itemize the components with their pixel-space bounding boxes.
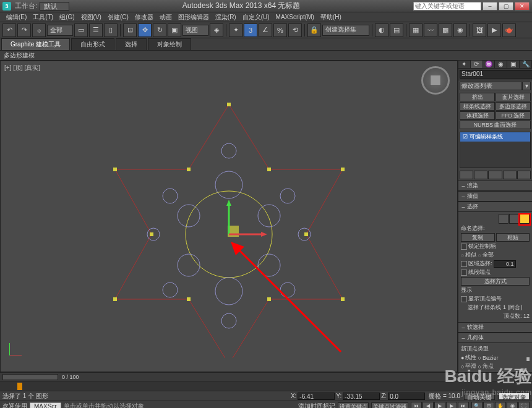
show-vertnum-checkbox[interactable] — [461, 296, 467, 302]
rollout-render-head[interactable]: 渲染 — [458, 181, 532, 191]
area-select-value[interactable]: 0.1 — [494, 260, 516, 268]
goto-start-button[interactable]: ⏮ — [411, 402, 422, 409]
menu-tools[interactable]: 工具(T) — [30, 13, 56, 22]
panel-tab-display[interactable]: ▣ — [507, 61, 520, 68]
ribbon-subrow[interactable]: 多边形建模 — [0, 51, 532, 61]
render-frame-button[interactable]: ▶ — [487, 23, 501, 37]
vtype-smooth[interactable]: 平滑 — [465, 362, 476, 370]
minimize-button[interactable]: – — [483, 2, 497, 11]
viewport-label[interactable]: [+] [顶] [真实] — [4, 64, 40, 72]
btn-patch-select[interactable]: 面片选择 — [496, 93, 531, 101]
align-button[interactable]: ▤ — [390, 23, 403, 37]
panel-tab-utilities[interactable]: 🔧 — [520, 61, 532, 68]
subobj-segment-button[interactable] — [509, 214, 519, 224]
maximize-button[interactable]: ▢ — [499, 2, 513, 11]
panel-tab-motion[interactable]: ◉ — [495, 61, 507, 68]
menu-create[interactable]: 创建(C) — [105, 13, 131, 22]
autokey-button[interactable]: 自动关键点 — [464, 393, 495, 400]
paste-button[interactable]: 粘贴 — [496, 233, 530, 242]
window-crossing-button[interactable]: ⊡ — [123, 23, 137, 37]
setkey-button[interactable]: 设置关键点 — [338, 402, 369, 409]
schematic-button[interactable]: ▩ — [439, 23, 452, 37]
stack-pin-button[interactable] — [460, 171, 473, 179]
select-name-button[interactable]: ☰ — [89, 23, 103, 37]
snap-toggle[interactable]: 3 — [244, 23, 257, 37]
vtype-corner[interactable]: 角点 — [483, 362, 494, 370]
menu-animation[interactable]: 动画 — [157, 13, 174, 22]
modifier-list-arrow[interactable]: ▾ — [522, 82, 531, 90]
panel-tab-modify[interactable]: ⟳ — [471, 61, 483, 68]
btn-extrude[interactable]: 挤出 — [460, 93, 495, 101]
panel-tab-create[interactable]: ✦ — [458, 61, 471, 68]
lock-handles-checkbox[interactable] — [461, 244, 467, 250]
pivot-center-button[interactable]: ◈ — [210, 23, 223, 37]
workspace-dropdown[interactable]: 默认 — [40, 2, 69, 11]
menu-group[interactable]: 组(G) — [57, 13, 77, 22]
angle-snap-button[interactable]: ∠ — [259, 23, 272, 37]
modifier-list-dropdown[interactable]: 修改器列表 — [460, 82, 522, 90]
next-frame-button[interactable]: ▶ — [446, 402, 457, 409]
rollout-softsel-head[interactable]: 软选择 — [458, 323, 532, 333]
stack-show-button[interactable] — [474, 171, 487, 179]
link-button[interactable]: ⟐ — [32, 23, 46, 37]
menu-graph[interactable]: 图形编辑器 — [176, 13, 212, 22]
select-rotate-button[interactable]: ↻ — [153, 23, 166, 37]
object-name-input[interactable] — [460, 70, 532, 79]
select-move-button[interactable]: ✥ — [138, 23, 152, 37]
subobj-vertex-button[interactable] — [499, 214, 508, 224]
prev-frame-button[interactable]: ◀ — [423, 402, 434, 409]
stack-item-spline[interactable]: ☑ 可编辑样条线 — [460, 132, 530, 142]
menu-render[interactable]: 渲染(R) — [213, 13, 239, 22]
stack-unique-button[interactable] — [488, 171, 502, 179]
z-coord-input[interactable]: 0.0 — [388, 393, 425, 400]
named-selection-dropdown[interactable]: 创建选择集 — [322, 25, 369, 36]
ribbon-tab-graphite[interactable]: Graphite 建模工具 — [1, 38, 70, 50]
time-slider-handle[interactable] — [2, 374, 58, 380]
select-rect-button[interactable]: ▯ — [104, 23, 118, 37]
render-button[interactable]: 🫖 — [502, 23, 516, 37]
zoom-all-button[interactable]: ⊞ — [483, 402, 494, 409]
menu-help[interactable]: 帮助(H) — [318, 13, 344, 22]
track-bar[interactable] — [0, 381, 532, 391]
select-scale-button[interactable]: ▣ — [168, 23, 181, 37]
percent-snap-button[interactable]: % — [273, 23, 287, 37]
rollout-geometry-head[interactable]: 几何体 — [458, 333, 532, 343]
btn-ffd-select[interactable]: FFD 选择 — [496, 111, 531, 120]
selection-lock-button[interactable]: 🔒 — [307, 23, 321, 37]
add-time-tag[interactable]: 添加时间标记 — [298, 402, 335, 409]
y-coord-input[interactable]: -33.15 — [343, 393, 380, 400]
orbit-button[interactable]: ◉ — [507, 402, 518, 409]
close-button[interactable]: ✕ — [515, 2, 530, 11]
menu-maxscript[interactable]: MAXScript(M) — [273, 14, 317, 20]
area-select-checkbox[interactable] — [461, 261, 467, 267]
x-coord-input[interactable]: -6.41 — [298, 393, 335, 400]
selected-filter[interactable]: 选定对象 — [499, 393, 530, 400]
keyfilter-button[interactable]: 关键点过滤器 — [371, 402, 408, 409]
btn-poly-select[interactable]: 多边形选择 — [496, 102, 531, 111]
goto-end-button[interactable]: ⏭ — [458, 402, 469, 409]
rollout-interp-head[interactable]: 插值 — [458, 192, 532, 202]
viewcube[interactable] — [421, 66, 450, 95]
vtype-bezier[interactable]: Bezier — [483, 355, 499, 361]
select-method-button[interactable]: 选择方式 — [461, 277, 530, 286]
pan-button[interactable]: ✋ — [495, 402, 506, 409]
btn-spline-select[interactable]: 样条线选择 — [460, 102, 495, 111]
btn-nurbs-select[interactable]: NURBS 曲面选择 — [460, 121, 531, 129]
ribbon-tab-freeform[interactable]: 自由形式 — [71, 38, 114, 50]
vtype-linear[interactable]: 线性 — [465, 354, 476, 362]
layer-manager-button[interactable]: ▦ — [409, 23, 423, 37]
undo-button[interactable]: ↶ — [2, 23, 16, 37]
rollout-selection-head[interactable]: 选择 — [458, 202, 532, 212]
modifier-stack[interactable]: ☑ 可编辑样条线 — [460, 132, 531, 168]
coord-system-dropdown[interactable]: 视图 — [182, 25, 208, 36]
stack-config-button[interactable] — [517, 171, 531, 179]
render-setup-button[interactable]: 🖼 — [473, 23, 486, 37]
zoom-button[interactable]: 🔍 — [471, 402, 483, 409]
btn-vol-select[interactable]: 体积选择 — [460, 111, 495, 120]
menu-edit[interactable]: 编辑(E) — [4, 13, 29, 22]
play-button[interactable]: ▶ — [434, 402, 445, 409]
ribbon-tab-selection[interactable]: 选择 — [116, 38, 147, 50]
maxscript-listener[interactable]: MAXScr — [30, 402, 61, 409]
selection-filter[interactable]: 全部 — [47, 25, 73, 36]
ribbon-tab-paint[interactable]: 对象绘制 — [148, 38, 191, 50]
